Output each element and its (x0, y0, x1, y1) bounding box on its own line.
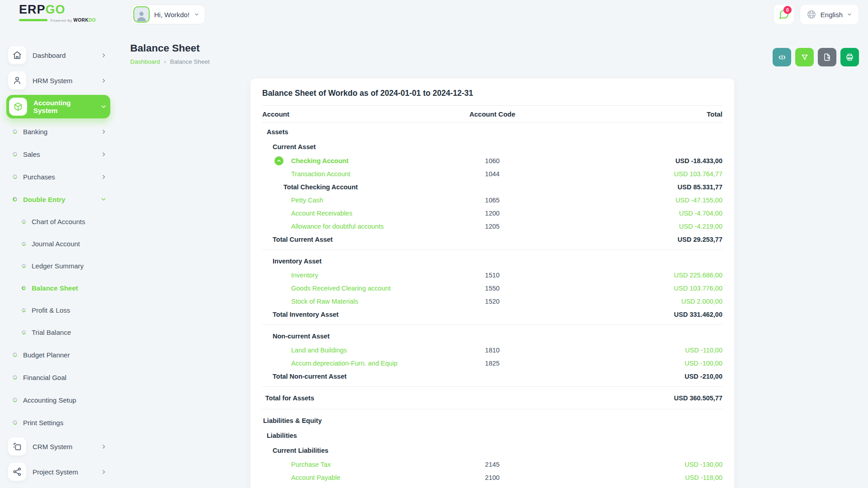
account-name[interactable]: Transaction Account (262, 170, 443, 178)
sidebar-item-ledger-summary[interactable]: Ledger Summary (6, 255, 110, 277)
code-compare-icon (778, 53, 787, 62)
account-name: Total Current Asset (262, 236, 443, 243)
account-total: USD -18.433,00 (542, 157, 722, 164)
collapse-account-icon[interactable] (274, 156, 283, 165)
account-code: 1060 (443, 157, 542, 164)
share-icon (8, 463, 26, 481)
sidebar-item-hrm-system[interactable]: HRM System (6, 68, 110, 93)
bullet-icon (22, 330, 26, 334)
account-total: USD -118,00 (542, 474, 722, 481)
account-total: USD -4.704,00 (542, 210, 722, 217)
sidebar-item-label: CRM System (33, 443, 94, 450)
account-name[interactable]: Petty Cash (262, 197, 443, 204)
language-selector[interactable]: English (800, 4, 859, 25)
sidebar-item-label: Financial Goal (23, 374, 110, 381)
account-name[interactable]: Stock of Raw Materials (262, 298, 443, 305)
sidebar-item-accounting-system[interactable]: Accounting System (6, 95, 110, 118)
table-row: Account Payable2100USD -118,00 (262, 471, 722, 484)
sidebar-item-project-system[interactable]: Project System (6, 459, 110, 484)
table-row: Account Receivables1200USD -4.704,00 (262, 206, 722, 220)
table-row: Inventory Asset (262, 253, 722, 268)
sidebar-item-label: Balance Sheet (32, 284, 110, 292)
sidebar-item-label: Trial Balance (32, 328, 110, 336)
logo-underline (19, 19, 47, 21)
bullet-icon (13, 352, 17, 357)
account-name: Total Non-current Asset (262, 373, 443, 380)
account-code: 1520 (443, 298, 542, 305)
table-row: Total Inventory AssetUSD 331.462,00 (262, 308, 722, 321)
account-name[interactable]: Goods Received Clearing account (262, 285, 443, 292)
user-menu[interactable]: Hi, Workdo! (131, 5, 205, 24)
sidebar-item-label: Accounting Setup (23, 396, 110, 404)
account-name[interactable]: Land and Buildings (262, 347, 443, 354)
sidebar-item-label: Purchases (23, 173, 95, 181)
sidebar-item-balance-sheet[interactable]: Balance Sheet (6, 277, 110, 299)
account-name[interactable]: Account Payable (262, 474, 443, 481)
main-content: Balance Sheet Dashboard › Balance Sheet (117, 29, 868, 488)
sidebar-item-user-management[interactable]: User Management (6, 484, 110, 488)
column-account-code: Account Code (443, 110, 542, 118)
account-name: Total Checking Account (262, 183, 443, 191)
account-name[interactable]: Allowance for doubtful accounts (262, 223, 443, 230)
chevron-right-icon (101, 151, 107, 157)
bullet-icon (13, 420, 17, 425)
account-name[interactable]: Inventory (262, 272, 443, 279)
account-name: Current Asset (262, 143, 443, 150)
table-row: Petty Cash1065USD -47.155,00 (262, 193, 722, 206)
account-total: USD 103.776,00 (542, 285, 722, 292)
sidebar-item-sales[interactable]: Sales (6, 143, 110, 165)
account-name[interactable]: Checking Account (262, 156, 443, 165)
sidebar-item-label: Journal Account (32, 240, 110, 248)
bullet-icon (13, 174, 17, 179)
account-code: 1810 (443, 347, 542, 354)
sidebar-item-print-settings[interactable]: Print Settings (6, 411, 110, 434)
file-export-icon (823, 53, 831, 61)
breadcrumb-dashboard-link[interactable]: Dashboard (130, 58, 160, 65)
sidebar-item-crm-system[interactable]: CRM System (6, 434, 110, 459)
table-divider (262, 409, 722, 409)
sidebar-item-trial-balance[interactable]: Trial Balance (6, 321, 110, 343)
account-name: Total for Assets (262, 394, 443, 402)
filter-button[interactable] (795, 48, 814, 66)
account-name[interactable]: Account Receivables (262, 210, 443, 217)
sidebar-item-label: Project System (33, 468, 94, 476)
account-name[interactable]: Accum.depreciation-Furn. and Equip (262, 360, 443, 367)
print-button[interactable] (840, 48, 859, 66)
account-name[interactable]: Purchase Tax (262, 461, 443, 468)
sidebar-item-accounting-setup[interactable]: Accounting Setup (6, 389, 110, 411)
account-total: USD -47.155,00 (542, 197, 722, 204)
export-button[interactable] (818, 48, 836, 66)
sidebar-item-journal-account[interactable]: Journal Account (6, 233, 110, 255)
sidebar: DashboardHRM SystemAccounting SystemBank… (0, 29, 117, 488)
bullet-icon (22, 286, 26, 290)
page-title: Balance Sheet (130, 42, 859, 54)
sidebar-item-budget-planner[interactable]: Budget Planner (6, 343, 110, 366)
table-row: Assets (262, 124, 722, 139)
sidebar-item-financial-goal[interactable]: Financial Goal (6, 366, 110, 389)
crm-icon (8, 437, 26, 455)
sidebar-item-profit-loss[interactable]: Profit & Loss (6, 299, 110, 321)
sidebar-item-chart-of-accounts[interactable]: Chart of Accounts (6, 211, 110, 233)
account-total: USD -4.219,00 (542, 223, 722, 230)
code-compare-button[interactable] (773, 48, 791, 66)
sidebar-item-double-entry[interactable]: Double Entry (6, 188, 110, 211)
table-row: Current Liabilities (262, 443, 722, 458)
table-row: Inventory1510USD 225.686,00 (262, 268, 722, 282)
table-row: Total Checking AccountUSD 85.331,77 (262, 180, 722, 193)
sidebar-item-purchases[interactable]: Purchases (6, 165, 110, 188)
sidebar-item-dashboard[interactable]: Dashboard (6, 42, 110, 68)
table-divider (262, 324, 722, 325)
messages-button[interactable]: 0 (774, 4, 794, 25)
report-title: Balance Sheet of Workdo as of 2024-01-01… (262, 85, 722, 106)
account-total: USD 225.686,00 (542, 272, 722, 279)
account-code: 1065 (443, 197, 542, 204)
account-code: 1510 (443, 272, 542, 279)
sidebar-item-label: Ledger Summary (32, 262, 110, 270)
breadcrumb-current: Balance Sheet (170, 58, 210, 65)
logo-wordmark: ERPGO (19, 4, 96, 16)
account-name: Liabilities & Equity (262, 417, 443, 424)
account-total: USD 103.764,77 (542, 170, 722, 178)
sidebar-item-label: Sales (23, 150, 95, 158)
sidebar-item-banking[interactable]: Banking (6, 120, 110, 143)
erpgo-logo[interactable]: ERPGO Powered By WORKDO (19, 4, 96, 23)
